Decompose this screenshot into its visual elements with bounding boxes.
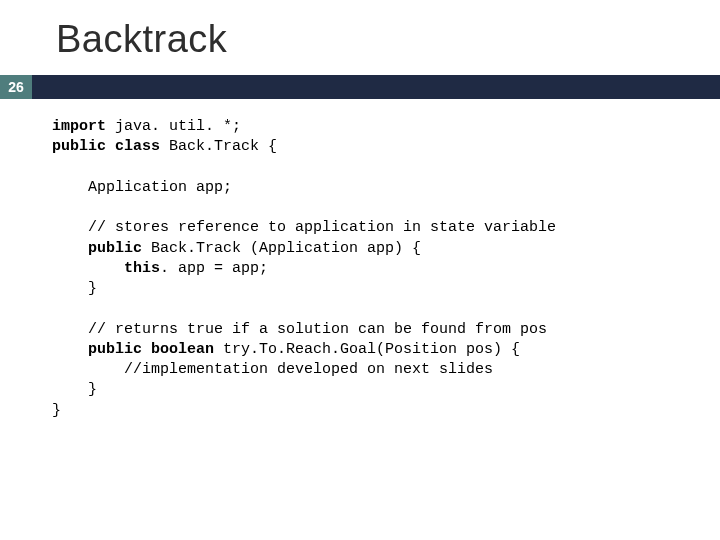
kw-import: import (52, 118, 106, 135)
code-comment: // stores reference to application in st… (52, 219, 556, 236)
code-text (106, 138, 115, 155)
code-text (142, 341, 151, 358)
code-comment: //implementation developed on next slide… (52, 361, 493, 378)
kw-public: public (88, 341, 142, 358)
code-text: Back.Track { (160, 138, 277, 155)
header-bar: 26 (0, 75, 720, 99)
kw-class: class (115, 138, 160, 155)
code-text (52, 260, 124, 277)
code-block: import java. util. *; public class Back.… (0, 99, 720, 421)
kw-public: public (52, 138, 106, 155)
kw-public: public (88, 240, 142, 257)
code-text: } (52, 381, 97, 398)
code-text: . app = app; (160, 260, 268, 277)
code-text: java. util. *; (106, 118, 241, 135)
code-text: } (52, 402, 61, 419)
code-text (52, 341, 88, 358)
code-text: try.To.Reach.Goal(Position pos) { (214, 341, 520, 358)
code-comment: // returns true if a solution can be fou… (52, 321, 547, 338)
code-text: } (52, 280, 97, 297)
code-text: Application app; (52, 179, 232, 196)
slide-title: Backtrack (0, 0, 720, 75)
kw-boolean: boolean (151, 341, 214, 358)
kw-this: this (124, 260, 160, 277)
code-text: Back.Track (Application app) { (142, 240, 421, 257)
page-number: 26 (0, 75, 32, 99)
code-text (52, 240, 88, 257)
